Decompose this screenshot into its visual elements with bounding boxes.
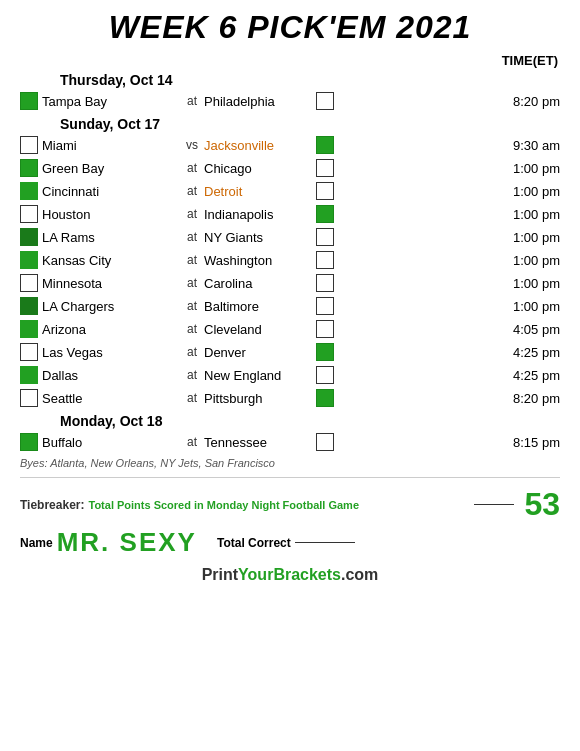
right-team: Baltimore [204,299,314,314]
connector: at [180,345,204,359]
game-time: 8:20 pm [505,391,560,406]
right-pick-box[interactable] [316,433,334,451]
footer: PrintYourBrackets.com [20,566,560,584]
table-row: Houston at Indianapolis 1:00 pm [20,203,560,225]
tiebreaker-section: Tiebreaker: Total Points Scored in Monda… [20,477,560,558]
footer-brackets: Brackets [273,566,341,583]
game-time: 1:00 pm [505,207,560,222]
table-row: Dallas at New England 4:25 pm [20,364,560,386]
table-row: Kansas City at Washington 1:00 pm [20,249,560,271]
left-pick-box[interactable] [20,366,38,384]
connector: at [180,391,204,405]
footer-print: Print [202,566,238,583]
left-team: Arizona [42,322,152,337]
game-time: 1:00 pm [505,184,560,199]
name-label: Name [20,536,53,550]
left-team: Dallas [42,368,152,383]
connector: vs [180,138,204,152]
left-team: Cincinnati [42,184,152,199]
sunday-section: Sunday, Oct 17 Miami vs Jacksonville 9:3… [20,116,560,409]
connector: at [180,253,204,267]
table-row: Seattle at Pittsburgh 8:20 pm [20,387,560,409]
game-time: 1:00 pm [505,253,560,268]
left-pick-box[interactable] [20,228,38,246]
table-row: Tampa Bay at Philadelphia 8:20 pm [20,90,560,112]
right-pick-box[interactable] [316,320,334,338]
left-team: Miami [42,138,152,153]
connector: at [180,207,204,221]
right-pick-box[interactable] [316,251,334,269]
left-pick-box[interactable] [20,182,38,200]
tiebreaker-text: Total Points Scored in Monday Night Foot… [88,499,470,511]
connector: at [180,276,204,290]
right-team: Denver [204,345,314,360]
right-team: Carolina [204,276,314,291]
connector: at [180,299,204,313]
left-pick-box[interactable] [20,320,38,338]
left-pick-box[interactable] [20,389,38,407]
page-title: WEEK 6 PICK'EM 2021 [20,10,560,45]
tiebreaker-label: Tiebreaker: [20,498,84,512]
table-row: LA Rams at NY Giants 1:00 pm [20,226,560,248]
left-pick-box[interactable] [20,251,38,269]
game-time: 8:15 pm [505,435,560,450]
left-pick-box[interactable] [20,136,38,154]
right-pick-box[interactable] [316,343,334,361]
right-pick-box[interactable] [316,92,334,110]
thursday-section: Thursday, Oct 14 Tampa Bay at Philadelph… [20,72,560,112]
connector: at [180,322,204,336]
left-pick-box[interactable] [20,297,38,315]
left-team: Green Bay [42,161,152,176]
right-pick-box[interactable] [316,297,334,315]
connector: at [180,435,204,449]
right-pick-box[interactable] [316,159,334,177]
left-pick-box[interactable] [20,343,38,361]
table-row: Arizona at Cleveland 4:05 pm [20,318,560,340]
footer-your: Your [238,566,273,583]
game-time: 9:30 am [505,138,560,153]
left-team: Minnesota [42,276,152,291]
right-pick-box[interactable] [316,389,334,407]
left-pick-box[interactable] [20,205,38,223]
right-team: Cleveland [204,322,314,337]
game-time: 8:20 pm [505,94,560,109]
table-row: Las Vegas at Denver 4:25 pm [20,341,560,363]
game-time: 1:00 pm [505,276,560,291]
left-pick-box[interactable] [20,159,38,177]
right-team: NY Giants [204,230,314,245]
thursday-section-header: Thursday, Oct 14 [60,72,560,88]
name-value: MR. SEXY [57,527,197,558]
table-row: Minnesota at Carolina 1:00 pm [20,272,560,294]
table-row: Buffalo at Tennessee 8:15 pm [20,431,560,453]
left-team: LA Rams [42,230,152,245]
right-pick-box[interactable] [316,366,334,384]
monday-section: Monday, Oct 18 Buffalo at Tennessee 8:15… [20,413,560,453]
byes-text: Byes: Atlanta, New Orleans, NY Jets, San… [20,457,560,469]
right-team: Jacksonville [204,138,314,153]
time-et-label: TIME(ET) [502,53,560,68]
right-pick-box[interactable] [316,205,334,223]
footer-com: .com [341,566,378,583]
right-pick-box[interactable] [316,228,334,246]
connector: at [180,230,204,244]
left-team: Tampa Bay [42,94,152,109]
connector: at [180,161,204,175]
right-pick-box[interactable] [316,136,334,154]
tiebreaker-score: 53 [524,486,560,523]
left-pick-box[interactable] [20,274,38,292]
left-team: Las Vegas [42,345,152,360]
left-pick-box[interactable] [20,433,38,451]
game-time: 4:25 pm [505,368,560,383]
table-row: Green Bay at Chicago 1:00 pm [20,157,560,179]
right-pick-box[interactable] [316,182,334,200]
left-pick-box[interactable] [20,92,38,110]
right-team: Tennessee [204,435,314,450]
connector: at [180,94,204,108]
connector: at [180,184,204,198]
left-team: Buffalo [42,435,152,450]
game-time: 1:00 pm [505,230,560,245]
right-team: Indianapolis [204,207,314,222]
game-time: 4:05 pm [505,322,560,337]
right-pick-box[interactable] [316,274,334,292]
game-time: 1:00 pm [505,161,560,176]
